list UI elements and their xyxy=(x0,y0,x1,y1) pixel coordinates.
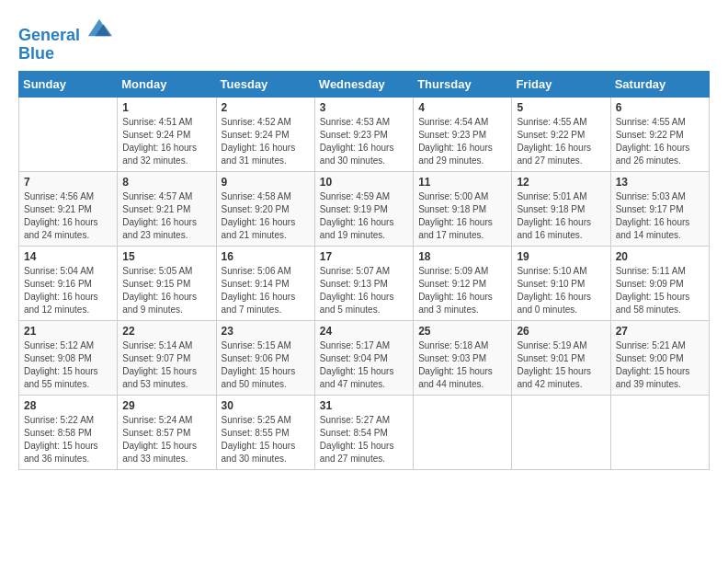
week-row-4: 21Sunrise: 5:12 AM Sunset: 9:08 PM Dayli… xyxy=(19,320,710,395)
calendar-cell xyxy=(512,395,610,469)
day-number: 11 xyxy=(418,176,506,189)
col-header-monday: Monday xyxy=(118,71,216,97)
cell-content: Sunrise: 5:24 AM Sunset: 8:57 PM Dayligh… xyxy=(122,414,210,465)
cell-content: Sunrise: 4:53 AM Sunset: 9:23 PM Dayligh… xyxy=(320,116,408,167)
cell-content: Sunrise: 4:54 AM Sunset: 9:23 PM Dayligh… xyxy=(418,116,506,167)
calendar-cell xyxy=(19,97,118,171)
calendar-cell: 29Sunrise: 5:24 AM Sunset: 8:57 PM Dayli… xyxy=(118,395,216,469)
calendar-cell: 5Sunrise: 4:55 AM Sunset: 9:22 PM Daylig… xyxy=(512,97,610,171)
day-number: 28 xyxy=(24,399,112,412)
cell-content: Sunrise: 5:06 AM Sunset: 9:14 PM Dayligh… xyxy=(222,265,310,316)
col-header-friday: Friday xyxy=(512,71,610,97)
cell-content: Sunrise: 5:27 AM Sunset: 8:54 PM Dayligh… xyxy=(320,414,408,465)
cell-content: Sunrise: 5:21 AM Sunset: 9:00 PM Dayligh… xyxy=(616,339,704,391)
week-row-1: 1Sunrise: 4:51 AM Sunset: 9:24 PM Daylig… xyxy=(19,97,710,171)
calendar-cell: 20Sunrise: 5:11 AM Sunset: 9:09 PM Dayli… xyxy=(610,246,709,320)
day-number: 17 xyxy=(320,250,408,263)
calendar-cell: 27Sunrise: 5:21 AM Sunset: 9:00 PM Dayli… xyxy=(610,320,709,395)
day-number: 8 xyxy=(122,176,210,189)
day-number: 27 xyxy=(616,325,704,338)
calendar-cell: 31Sunrise: 5:27 AM Sunset: 8:54 PM Dayli… xyxy=(314,395,413,469)
week-row-2: 7Sunrise: 4:56 AM Sunset: 9:21 PM Daylig… xyxy=(19,171,710,246)
calendar-cell: 22Sunrise: 5:14 AM Sunset: 9:07 PM Dayli… xyxy=(118,320,216,395)
calendar-cell xyxy=(414,395,512,469)
calendar-cell: 4Sunrise: 4:54 AM Sunset: 9:23 PM Daylig… xyxy=(414,97,512,171)
day-number: 26 xyxy=(517,325,605,338)
calendar-cell: 10Sunrise: 4:59 AM Sunset: 9:19 PM Dayli… xyxy=(314,171,413,246)
cell-content: Sunrise: 5:22 AM Sunset: 8:58 PM Dayligh… xyxy=(24,414,112,465)
logo-icon xyxy=(86,15,112,40)
calendar-cell: 6Sunrise: 4:55 AM Sunset: 9:22 PM Daylig… xyxy=(610,97,709,171)
header-row: SundayMondayTuesdayWednesdayThursdayFrid… xyxy=(19,71,710,97)
calendar-cell: 19Sunrise: 5:10 AM Sunset: 9:10 PM Dayli… xyxy=(512,246,610,320)
cell-content: Sunrise: 5:17 AM Sunset: 9:04 PM Dayligh… xyxy=(320,339,408,391)
day-number: 4 xyxy=(418,101,506,114)
cell-content: Sunrise: 5:00 AM Sunset: 9:18 PM Dayligh… xyxy=(418,190,506,242)
logo-general: General xyxy=(18,26,80,44)
day-number: 20 xyxy=(616,250,704,263)
day-number: 13 xyxy=(616,176,704,189)
cell-content: Sunrise: 5:04 AM Sunset: 9:16 PM Dayligh… xyxy=(24,265,112,316)
calendar-cell: 8Sunrise: 4:57 AM Sunset: 9:21 PM Daylig… xyxy=(118,171,216,246)
col-header-saturday: Saturday xyxy=(610,71,709,97)
cell-content: Sunrise: 5:19 AM Sunset: 9:01 PM Dayligh… xyxy=(517,339,605,391)
cell-content: Sunrise: 5:07 AM Sunset: 9:13 PM Dayligh… xyxy=(320,265,408,316)
logo-blue: Blue xyxy=(18,44,54,63)
cell-content: Sunrise: 5:03 AM Sunset: 9:17 PM Dayligh… xyxy=(616,190,704,242)
calendar-cell: 2Sunrise: 4:52 AM Sunset: 9:24 PM Daylig… xyxy=(216,97,314,171)
calendar-cell: 14Sunrise: 5:04 AM Sunset: 9:16 PM Dayli… xyxy=(19,246,118,320)
day-number: 25 xyxy=(418,325,506,338)
cell-content: Sunrise: 5:25 AM Sunset: 8:55 PM Dayligh… xyxy=(222,414,310,465)
calendar-cell: 3Sunrise: 4:53 AM Sunset: 9:23 PM Daylig… xyxy=(314,97,413,171)
col-header-sunday: Sunday xyxy=(19,71,118,97)
day-number: 18 xyxy=(418,250,506,263)
calendar-cell xyxy=(610,395,709,469)
calendar-cell: 21Sunrise: 5:12 AM Sunset: 9:08 PM Dayli… xyxy=(19,320,118,395)
day-number: 31 xyxy=(320,399,408,412)
day-number: 19 xyxy=(517,250,605,263)
calendar-cell: 12Sunrise: 5:01 AM Sunset: 9:18 PM Dayli… xyxy=(512,171,610,246)
calendar-cell: 24Sunrise: 5:17 AM Sunset: 9:04 PM Dayli… xyxy=(314,320,413,395)
calendar-cell: 23Sunrise: 5:15 AM Sunset: 9:06 PM Dayli… xyxy=(216,320,314,395)
col-header-thursday: Thursday xyxy=(414,71,512,97)
cell-content: Sunrise: 4:55 AM Sunset: 9:22 PM Dayligh… xyxy=(517,116,605,167)
day-number: 5 xyxy=(517,101,605,114)
cell-content: Sunrise: 4:51 AM Sunset: 9:24 PM Dayligh… xyxy=(122,116,210,167)
calendar-cell: 17Sunrise: 5:07 AM Sunset: 9:13 PM Dayli… xyxy=(314,246,413,320)
day-number: 6 xyxy=(616,101,704,114)
day-number: 9 xyxy=(222,176,310,189)
cell-content: Sunrise: 5:12 AM Sunset: 9:08 PM Dayligh… xyxy=(24,339,112,391)
cell-content: Sunrise: 5:01 AM Sunset: 9:18 PM Dayligh… xyxy=(517,190,605,242)
cell-content: Sunrise: 5:09 AM Sunset: 9:12 PM Dayligh… xyxy=(418,265,506,316)
calendar-table: SundayMondayTuesdayWednesdayThursdayFrid… xyxy=(18,71,710,470)
day-number: 14 xyxy=(24,250,112,263)
day-number: 10 xyxy=(320,176,408,189)
cell-content: Sunrise: 4:52 AM Sunset: 9:24 PM Dayligh… xyxy=(222,116,310,167)
cell-content: Sunrise: 4:58 AM Sunset: 9:20 PM Dayligh… xyxy=(222,190,310,242)
calendar-cell: 30Sunrise: 5:25 AM Sunset: 8:55 PM Dayli… xyxy=(216,395,314,469)
calendar-cell: 15Sunrise: 5:05 AM Sunset: 9:15 PM Dayli… xyxy=(118,246,216,320)
calendar-cell: 13Sunrise: 5:03 AM Sunset: 9:17 PM Dayli… xyxy=(610,171,709,246)
cell-content: Sunrise: 5:15 AM Sunset: 9:06 PM Dayligh… xyxy=(222,339,310,391)
day-number: 29 xyxy=(122,399,210,412)
calendar-cell: 11Sunrise: 5:00 AM Sunset: 9:18 PM Dayli… xyxy=(414,171,512,246)
day-number: 15 xyxy=(122,250,210,263)
page-header: General Blue xyxy=(18,15,710,63)
calendar-cell: 26Sunrise: 5:19 AM Sunset: 9:01 PM Dayli… xyxy=(512,320,610,395)
cell-content: Sunrise: 5:11 AM Sunset: 9:09 PM Dayligh… xyxy=(616,265,704,316)
calendar-cell: 16Sunrise: 5:06 AM Sunset: 9:14 PM Dayli… xyxy=(216,246,314,320)
cell-content: Sunrise: 4:57 AM Sunset: 9:21 PM Dayligh… xyxy=(122,190,210,242)
day-number: 30 xyxy=(222,399,310,412)
day-number: 7 xyxy=(24,176,112,189)
day-number: 24 xyxy=(320,325,408,338)
week-row-3: 14Sunrise: 5:04 AM Sunset: 9:16 PM Dayli… xyxy=(19,246,710,320)
week-row-5: 28Sunrise: 5:22 AM Sunset: 8:58 PM Dayli… xyxy=(19,395,710,469)
col-header-wednesday: Wednesday xyxy=(314,71,413,97)
cell-content: Sunrise: 4:59 AM Sunset: 9:19 PM Dayligh… xyxy=(320,190,408,242)
day-number: 22 xyxy=(122,325,210,338)
day-number: 12 xyxy=(517,176,605,189)
calendar-cell: 18Sunrise: 5:09 AM Sunset: 9:12 PM Dayli… xyxy=(414,246,512,320)
cell-content: Sunrise: 4:55 AM Sunset: 9:22 PM Dayligh… xyxy=(616,116,704,167)
day-number: 2 xyxy=(222,101,310,114)
calendar-cell: 9Sunrise: 4:58 AM Sunset: 9:20 PM Daylig… xyxy=(216,171,314,246)
